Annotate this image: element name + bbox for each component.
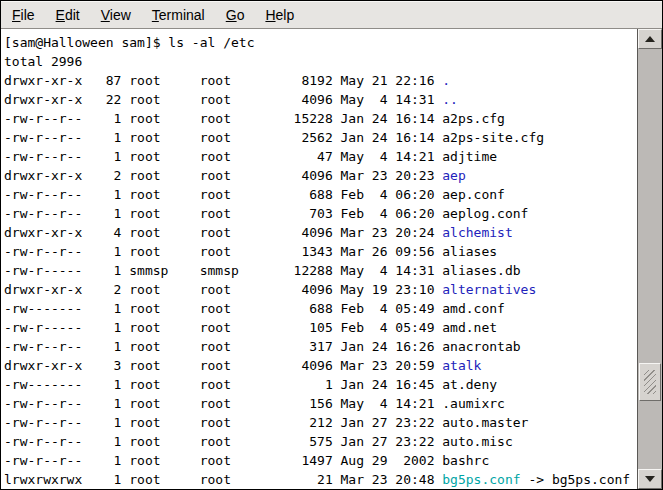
file-listing-row: drwxr-xr-x 4 root root 4096 Mar 23 20:24…: [4, 223, 637, 242]
row-metadata: drwxr-xr-x 87 root root 8192 May 21 22:1…: [4, 73, 442, 88]
row-metadata: -rw-r--r-- 1 root root 688 Feb 4 06:20: [4, 187, 442, 202]
row-text: total 2996: [4, 54, 82, 69]
menu-bar: FileEditViewTerminalGoHelp: [1, 1, 662, 29]
file-listing-row: drwxr-xr-x 87 root root 8192 May 21 22:1…: [4, 71, 637, 90]
file-listing-row: -rw-r--r-- 1 root root 156 May 4 14:21 .…: [4, 394, 637, 413]
file-name: aliases: [442, 244, 497, 259]
scrollbar-trough[interactable]: [638, 49, 662, 469]
scroll-down-button[interactable]: [638, 469, 662, 489]
file-listing-row: -rw-r--r-- 1 root root 212 Jan 27 23:22 …: [4, 413, 637, 432]
file-name: adjtime: [442, 149, 497, 164]
file-listing-row: -rw-r----- 1 smmsp smmsp 12288 May 4 14:…: [4, 261, 637, 280]
row-metadata: -rw-r--r-- 1 root root 2562 Jan 24 16:14: [4, 130, 442, 145]
file-listing-row: -rw-r--r-- 1 root root 1497 Aug 29 2002 …: [4, 451, 637, 470]
row-metadata: -rw-r--r-- 1 root root 1343 Mar 26 09:56: [4, 244, 442, 259]
file-listing-row: -rw-r--r-- 1 root root 317 Jan 24 16:26 …: [4, 337, 637, 356]
directory-name: .: [442, 73, 450, 88]
terminal-output[interactable]: [sam@Halloween sam]$ ls -al /etctotal 29…: [1, 29, 637, 489]
menu-item-file[interactable]: File: [12, 2, 35, 28]
file-name: auto.master: [442, 415, 528, 430]
file-name: aep.conf: [442, 187, 505, 202]
file-listing-row: -rw-r--r-- 1 root root 15228 Jan 24 16:1…: [4, 109, 637, 128]
row-metadata: drwxr-xr-x 22 root root 4096 May 4 14:31: [4, 92, 442, 107]
directory-name: aep: [442, 168, 465, 183]
row-metadata: -rw------- 1 root root 688 Feb 4 05:49: [4, 301, 442, 316]
file-listing-row: drwxr-xr-x 2 root root 4096 May 19 23:10…: [4, 280, 637, 299]
file-listing-row: lrwxrwxrwx 1 root root 21 Mar 23 20:48 b…: [4, 470, 637, 489]
menu-item-view[interactable]: View: [101, 2, 131, 28]
scroll-up-button[interactable]: [638, 29, 662, 49]
row-text: [sam@Halloween sam]$ ls -al /etc: [4, 35, 254, 50]
file-name: amd.net: [442, 320, 497, 335]
file-name: a2ps.cfg: [442, 111, 505, 126]
symlink-target: -> bg5ps.conf: [521, 472, 631, 487]
file-listing-row: drwxr-xr-x 2 root root 4096 Mar 23 20:23…: [4, 166, 637, 185]
row-metadata: drwxr-xr-x 2 root root 4096 May 19 23:10: [4, 282, 442, 297]
row-metadata: -rw-r----- 1 smmsp smmsp 12288 May 4 14:…: [4, 263, 442, 278]
directory-name: alchemist: [442, 225, 512, 240]
symlink-name: bg5ps.conf: [442, 472, 520, 487]
row-metadata: -rw-r--r-- 1 root root 703 Feb 4 06:20: [4, 206, 442, 221]
menu-item-help[interactable]: Help: [265, 2, 294, 28]
file-listing-row: -rw-r--r-- 1 root root 703 Feb 4 06:20 a…: [4, 204, 637, 223]
terminal-total-line: total 2996: [4, 52, 637, 71]
row-metadata: drwxr-xr-x 4 root root 4096 Mar 23 20:24: [4, 225, 442, 240]
row-metadata: -rw-r--r-- 1 root root 47 May 4 14:21: [4, 149, 442, 164]
window-body: [sam@Halloween sam]$ ls -al /etctotal 29…: [1, 29, 662, 489]
row-metadata: drwxr-xr-x 3 root root 4096 Mar 23 20:59: [4, 358, 442, 373]
scrollbar-grip-icon: [644, 370, 656, 394]
file-name: anacrontab: [442, 339, 520, 354]
file-listing-row: -rw------- 1 root root 688 Feb 4 05:49 a…: [4, 299, 637, 318]
directory-name: alternatives: [442, 282, 536, 297]
scroll-down-icon: [645, 476, 655, 482]
directory-name: atalk: [442, 358, 481, 373]
file-name: auto.misc: [442, 434, 512, 449]
row-metadata: -rw------- 1 root root 1 Jan 24 16:45: [4, 377, 442, 392]
row-metadata: -rw-r--r-- 1 root root 317 Jan 24 16:26: [4, 339, 442, 354]
file-name: amd.conf: [442, 301, 505, 316]
file-name: at.deny: [442, 377, 497, 392]
scroll-up-icon: [645, 36, 655, 42]
menu-item-terminal[interactable]: Terminal: [152, 2, 205, 28]
file-listing-row: -rw-r--r-- 1 root root 2562 Jan 24 16:14…: [4, 128, 637, 147]
terminal-prompt-line: [sam@Halloween sam]$ ls -al /etc: [4, 33, 637, 52]
row-metadata: drwxr-xr-x 2 root root 4096 Mar 23 20:23: [4, 168, 442, 183]
file-name: aeplog.conf: [442, 206, 528, 221]
row-metadata: -rw-r--r-- 1 root root 212 Jan 27 23:22: [4, 415, 442, 430]
file-listing-row: -rw------- 1 root root 1 Jan 24 16:45 at…: [4, 375, 637, 394]
menu-item-go[interactable]: Go: [226, 2, 245, 28]
file-listing-row: drwxr-xr-x 22 root root 4096 May 4 14:31…: [4, 90, 637, 109]
scrollbar-thumb[interactable]: [639, 363, 661, 401]
file-listing-row: -rw-r--r-- 1 root root 47 May 4 14:21 ad…: [4, 147, 637, 166]
directory-name: ..: [442, 92, 458, 107]
file-name: a2ps-site.cfg: [442, 130, 544, 145]
file-name: aliases.db: [442, 263, 520, 278]
file-listing-row: -rw-r--r-- 1 root root 575 Jan 27 23:22 …: [4, 432, 637, 451]
row-metadata: lrwxrwxrwx 1 root root 21 Mar 23 20:48: [4, 472, 442, 487]
row-metadata: -rw-r----- 1 root root 105 Feb 4 05:49: [4, 320, 442, 335]
row-metadata: -rw-r--r-- 1 root root 15228 Jan 24 16:1…: [4, 111, 442, 126]
scrollbar: [637, 29, 662, 489]
row-metadata: -rw-r--r-- 1 root root 1497 Aug 29 2002: [4, 453, 442, 468]
file-name: .aumixrc: [442, 396, 505, 411]
file-listing-row: drwxr-xr-x 3 root root 4096 Mar 23 20:59…: [4, 356, 637, 375]
file-listing-row: -rw-r--r-- 1 root root 688 Feb 4 06:20 a…: [4, 185, 637, 204]
terminal-window: FileEditViewTerminalGoHelp [sam@Hallowee…: [0, 0, 663, 490]
row-metadata: -rw-r--r-- 1 root root 156 May 4 14:21: [4, 396, 442, 411]
file-name: bashrc: [442, 453, 489, 468]
file-listing-row: -rw-r----- 1 root root 105 Feb 4 05:49 a…: [4, 318, 637, 337]
file-listing-row: -rw-r--r-- 1 root root 1343 Mar 26 09:56…: [4, 242, 637, 261]
menu-item-edit[interactable]: Edit: [56, 2, 80, 28]
row-metadata: -rw-r--r-- 1 root root 575 Jan 27 23:22: [4, 434, 442, 449]
